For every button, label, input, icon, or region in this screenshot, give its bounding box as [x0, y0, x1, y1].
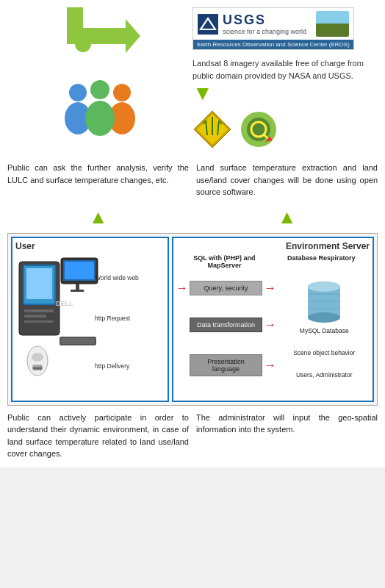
arrow-right-1b: → [264, 282, 276, 295]
svg-point-7 [113, 84, 131, 101]
grass-gis-icon [192, 110, 233, 150]
svg-marker-2 [126, 19, 140, 53]
top-right-panel: USGS science for a changing world Earth … [192, 7, 378, 154]
svg-point-46 [39, 367, 42, 370]
usgs-header: USGS science for a changing world [193, 8, 353, 40]
page: USGS science for a changing world Earth … [0, 0, 385, 467]
svg-point-9 [90, 80, 109, 99]
server-boxes: → Query, security → Data transformation … [176, 272, 276, 386]
people-icon [56, 78, 144, 137]
nasa-description: Landsat 8 imagery available free of char… [192, 57, 378, 82]
user-panel-content: DELL [15, 254, 165, 398]
software-description-text: Land surface temperature extraction and … [196, 162, 378, 198]
svg-rect-30 [24, 309, 54, 312]
query-security-box: Query, security [190, 281, 263, 295]
usgs-subtitle: science for a changing world [223, 28, 306, 35]
users-admin-label: Users, Administrator [296, 371, 353, 379]
user-panel-label: User [15, 241, 165, 251]
svg-text:DELL: DELL [56, 300, 73, 307]
green-arrow-up-1: ▲ [7, 206, 189, 229]
mysql-db: MySQL Database [300, 279, 349, 334]
green-arrow-down-1: ▼ [192, 83, 213, 104]
http-labels: World wide web http Request http Deliver… [95, 265, 165, 379]
computer-illustration: DELL [15, 254, 100, 383]
public-analysis-text: Public can ask the further analysis, ver… [7, 162, 189, 198]
db-column: MySQL Database Scene object behavior Use… [278, 272, 370, 386]
svg-rect-40 [61, 338, 95, 344]
user-panel: User DELL [11, 237, 169, 402]
usgs-logo-text: USGS [223, 12, 306, 28]
svg-rect-31 [24, 315, 46, 318]
svg-point-10 [85, 101, 115, 136]
top-section: USGS science for a changing world Earth … [7, 7, 378, 154]
db-label: Database Respiratory [273, 254, 370, 269]
diagram-section: User DELL [7, 233, 378, 406]
caption-left-text: Public can actively participate in order… [7, 412, 189, 460]
env-panel-label: Environment Server [176, 241, 370, 251]
usgs-eros-bar: Earth Resources Observation and Science … [193, 40, 353, 49]
usgs-logo-icon [198, 14, 218, 35]
top-left-panel [7, 7, 192, 154]
http-delivery-label: http Delivery [95, 362, 165, 370]
usgs-photo [316, 11, 349, 37]
mysql-label: MySQL Database [300, 327, 349, 334]
svg-point-50 [308, 282, 340, 292]
svg-point-5 [69, 84, 87, 101]
arrow-right-2b: → [264, 318, 276, 331]
scene-object-label: Scene object behavior [293, 349, 355, 356]
data-transform-row: Data transformation → [176, 318, 276, 332]
svg-rect-36 [65, 262, 94, 279]
http-request-label: http Request [95, 315, 165, 322]
bottom-captions: Public can actively participate in order… [7, 412, 378, 460]
server-db-diagram: → Query, security → Data transformation … [176, 272, 370, 386]
svg-point-4 [75, 36, 91, 52]
db-cylinder-icon [304, 279, 345, 327]
svg-point-44 [33, 367, 36, 370]
svg-point-45 [36, 367, 39, 370]
green-arrow-up-2: ▲ [196, 206, 378, 229]
query-security-row: → Query, security → [176, 281, 276, 295]
qgis-icon [239, 110, 279, 150]
middle-text-section: Public can ask the further analysis, ver… [7, 162, 378, 198]
env-top-labels: SQL with (PHP) and MapServer Database Re… [176, 254, 370, 269]
presentation-row: Presentation language → [176, 354, 276, 376]
svg-point-42 [32, 353, 43, 362]
software-icons [192, 110, 279, 150]
world-wide-web-label: World wide web [95, 274, 165, 282]
svg-rect-37 [76, 284, 79, 290]
svg-rect-32 [24, 320, 54, 323]
svg-rect-29 [26, 268, 52, 299]
arrow-turn-icon [60, 7, 140, 66]
arrow-left-1: → [264, 359, 276, 372]
usgs-box: USGS science for a changing world Earth … [192, 7, 354, 50]
caption-right-text: The administrator will input the geo-spa… [196, 412, 378, 460]
env-panel: Environment Server SQL with (PHP) and Ma… [172, 237, 374, 402]
data-transformation-box: Data transformation [190, 318, 263, 332]
arrow-right-1: → [176, 282, 188, 295]
presentation-box: Presentation language [190, 354, 263, 376]
sql-label: SQL with (PHP) and MapServer [176, 254, 273, 269]
svg-rect-38 [71, 290, 84, 292]
svg-point-49 [308, 312, 340, 323]
